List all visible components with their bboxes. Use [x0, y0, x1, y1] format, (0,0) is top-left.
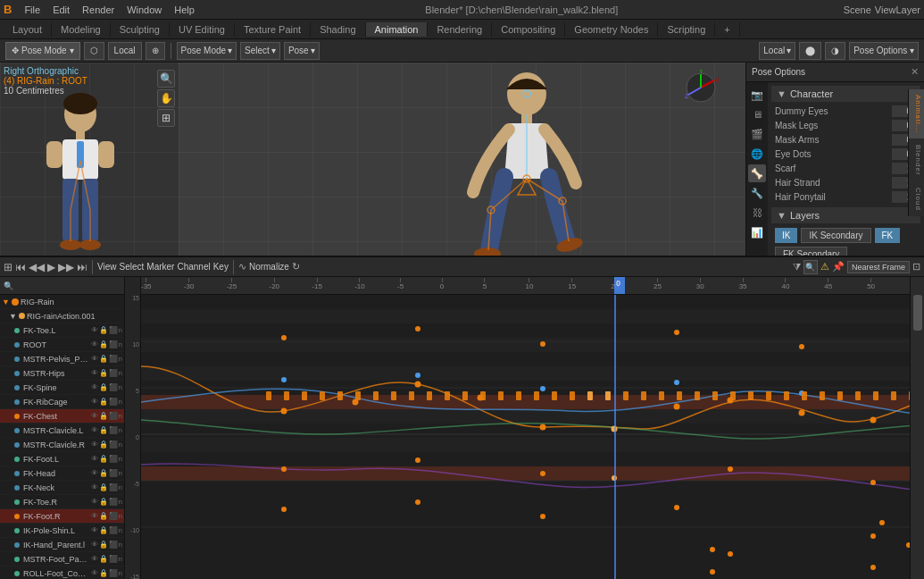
- kf-c5[interactable]: [870, 480, 876, 485]
- channel-row-11[interactable]: FK-Foot.L 👁 🔒 ⬛ n: [0, 452, 124, 466]
- channel-row-17[interactable]: IK-Hand_Parent.l 👁 🔒 ⬛ n: [0, 538, 124, 552]
- ch-lock-19[interactable]: 🔒: [99, 569, 108, 577]
- object-prop-icon[interactable]: 🦴: [748, 164, 766, 182]
- ch-lock-13[interactable]: 🔒: [99, 483, 108, 491]
- ch-lock-6[interactable]: 🔒: [99, 383, 108, 391]
- data-prop-icon[interactable]: 📊: [748, 223, 766, 241]
- kf-b1[interactable]: [281, 377, 287, 382]
- tab-shading[interactable]: Shading: [311, 22, 365, 37]
- kf-6[interactable]: [674, 404, 680, 410]
- ch-lock-12[interactable]: 🔒: [99, 469, 108, 477]
- animati-vtab[interactable]: Animati...: [909, 89, 924, 138]
- ch-eye-12[interactable]: 👁: [91, 469, 98, 477]
- ch-lock-15[interactable]: 🔒: [99, 512, 108, 520]
- channel-row-7[interactable]: FK-RibCage 👁 🔒 ⬛ n: [0, 395, 124, 409]
- close-properties-btn[interactable]: ✕: [911, 66, 919, 78]
- shading-btn[interactable]: ◑: [825, 42, 845, 60]
- tab-rendering[interactable]: Rendering: [428, 22, 492, 37]
- tab-texture-paint[interactable]: Texture Paint: [235, 22, 311, 37]
- ch-lock-4[interactable]: 🔒: [99, 355, 108, 363]
- ch-lock-9[interactable]: 🔒: [99, 426, 108, 434]
- ch-mute-12[interactable]: ⬛: [109, 469, 118, 477]
- channel-row-12[interactable]: FK-Head 👁 🔒 ⬛ n: [0, 466, 124, 481]
- fk-btn[interactable]: FK: [875, 228, 901, 243]
- snap-icon[interactable]: ⊡: [912, 261, 920, 273]
- tab-animation[interactable]: Animation: [366, 22, 429, 37]
- kf-d3[interactable]: [540, 514, 545, 519]
- channel-row-4[interactable]: MSTR-Pelvis_Par... 👁 🔒 ⬛ n: [0, 352, 124, 366]
- local-right-btn[interactable]: Local ▾: [759, 42, 795, 60]
- ch-lock-8[interactable]: 🔒: [99, 412, 108, 420]
- ch-eye-4[interactable]: 👁: [91, 355, 98, 363]
- menu-window[interactable]: Window: [121, 3, 167, 17]
- tab-uv-editing[interactable]: UV Editing: [170, 22, 235, 37]
- ch-mute-6[interactable]: ⬛: [109, 383, 118, 391]
- ch-eye-2[interactable]: 👁: [91, 326, 98, 334]
- menu-help[interactable]: Help: [169, 3, 200, 17]
- kf-e2[interactable]: [728, 551, 733, 557]
- ch-lock-7[interactable]: 🔒: [99, 398, 108, 406]
- channel-rig-action[interactable]: ▼ RIG-rainAction.001: [0, 309, 124, 323]
- ch-lock-2[interactable]: 🔒: [99, 326, 108, 334]
- filter-icon[interactable]: ⧩: [793, 261, 801, 273]
- ch-mute-19[interactable]: ⬛: [109, 569, 118, 577]
- scrollbar-thumb[interactable]: [913, 295, 922, 331]
- channel-row-3[interactable]: ROOT 👁 🔒 ⬛ n: [0, 338, 124, 352]
- constraint-prop-icon[interactable]: ⛓: [748, 204, 766, 222]
- ch-mute-11[interactable]: ⬛: [109, 455, 118, 463]
- ch-eye-17[interactable]: 👁: [91, 541, 98, 549]
- menu-edit[interactable]: Edit: [47, 3, 75, 17]
- kf-d2[interactable]: [415, 499, 420, 505]
- normalize-icon[interactable]: ∿: [238, 261, 246, 273]
- ch-mute-18[interactable]: ⬛: [109, 555, 118, 563]
- menu-render[interactable]: Render: [77, 3, 120, 17]
- scene-prop-icon[interactable]: 🌐: [748, 145, 766, 163]
- kf-c2[interactable]: [415, 457, 420, 463]
- dopesheet-icon[interactable]: ⊞: [4, 261, 12, 273]
- ch-eye-16[interactable]: 👁: [91, 526, 98, 534]
- pose-menu[interactable]: Pose ▾: [284, 42, 320, 60]
- kf-f2[interactable]: [870, 565, 876, 570]
- timeline-area[interactable]: -35 -30 -25 -20 -15 -10 -5 0 5 10 15 20 …: [141, 277, 910, 579]
- ch-mute-15[interactable]: ⬛: [109, 512, 118, 520]
- global-local-btn[interactable]: ⬡: [84, 42, 104, 60]
- tab-compositing[interactable]: Compositing: [492, 22, 565, 37]
- render-prop-icon[interactable]: 📷: [748, 86, 766, 104]
- channel-row-5[interactable]: MSTR-Hips 👁 🔒 ⬛ n: [0, 366, 124, 381]
- playback-start[interactable]: ⏮: [15, 261, 26, 273]
- ch-mute-7[interactable]: ⬛: [109, 398, 118, 406]
- kf-u4[interactable]: [674, 330, 679, 335]
- ch-mute-17[interactable]: ⬛: [109, 541, 118, 549]
- playback-end[interactable]: ⏭: [77, 261, 87, 273]
- timeline-scrollbar[interactable]: [910, 277, 924, 579]
- channel-menu-anim[interactable]: Channel: [177, 262, 210, 272]
- ch-eye-10[interactable]: 👁: [91, 441, 98, 449]
- ch-lock-3[interactable]: 🔒: [99, 340, 108, 348]
- kf-e1[interactable]: [710, 547, 715, 552]
- channel-row-10[interactable]: MSTR-Clavicle.R 👁 🔒 ⬛ n: [0, 438, 124, 452]
- ch-eye-13[interactable]: 👁: [91, 483, 98, 491]
- tab-layout[interactable]: Layout: [4, 22, 52, 37]
- ch-eye-5[interactable]: 👁: [91, 369, 98, 377]
- output-prop-icon[interactable]: 🖥: [748, 105, 766, 123]
- channel-row-16[interactable]: IK-Pole-Shin.L 👁 🔒 ⬛ n: [0, 524, 124, 538]
- kf-b3[interactable]: [540, 386, 545, 391]
- channel-row-13[interactable]: FK-Neck 👁 🔒 ⬛ n: [0, 481, 124, 495]
- kf-5[interactable]: [540, 424, 546, 431]
- ch-lock-14[interactable]: 🔒: [99, 498, 108, 506]
- channel-row-6[interactable]: FK-Spine 👁 🔒 ⬛ n: [0, 381, 124, 395]
- kf-u1[interactable]: [281, 335, 287, 340]
- channel-rig-rain[interactable]: ▼ RIG-Rain: [0, 295, 124, 309]
- kf-u3[interactable]: [540, 341, 545, 347]
- view-menu-anim[interactable]: View: [97, 262, 117, 272]
- ch-mute-8[interactable]: ⬛: [109, 412, 118, 420]
- kf-e4[interactable]: [906, 542, 910, 548]
- channel-row-18[interactable]: MSTR-Foot_Pare... 👁 🔒 ⬛ n: [0, 552, 124, 566]
- ik-secondary-btn[interactable]: IK Secondary: [801, 228, 870, 243]
- ch-lock-11[interactable]: 🔒: [99, 455, 108, 463]
- ch-eye-9[interactable]: 👁: [91, 426, 98, 434]
- marker-menu-anim[interactable]: Marker: [146, 262, 174, 272]
- ch-eye-14[interactable]: 👁: [91, 498, 98, 506]
- kf-d4[interactable]: [674, 505, 679, 510]
- kf-3[interactable]: [415, 382, 421, 388]
